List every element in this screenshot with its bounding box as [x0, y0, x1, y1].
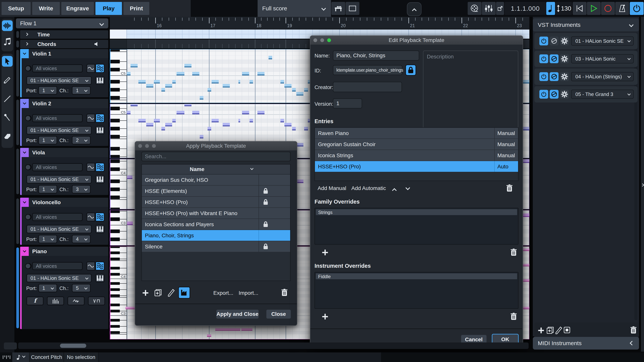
horizontal-scrollbar[interactable]	[18, 343, 528, 349]
instrument-power-button[interactable]	[539, 72, 548, 81]
template-row[interactable]: HSSE+HSO (Pro) with Vibrant E Piano	[142, 208, 290, 219]
audio-mode-button[interactable]	[2, 20, 13, 31]
wave-display-button[interactable]	[86, 163, 95, 172]
waves-display-button[interactable]	[96, 213, 104, 221]
apply-dialog-titlebar[interactable]: Apply Playback Template	[135, 142, 297, 150]
midi-note[interactable]	[280, 119, 284, 122]
dynamics-lane-button[interactable]: f	[26, 297, 44, 305]
add-family-override-button[interactable]	[322, 249, 328, 256]
instrument-dropdown[interactable]: 01 - HALion Sonic SE	[26, 175, 92, 183]
track-handle[interactable]	[16, 100, 19, 145]
waves-display-button[interactable]	[96, 262, 104, 271]
midi-note[interactable]	[200, 135, 203, 138]
expand-panel-icon[interactable]	[641, 183, 644, 187]
midi-note[interactable]	[523, 80, 530, 83]
track-handle[interactable]	[16, 198, 19, 244]
midi-note[interactable]	[162, 127, 165, 130]
midi-note[interactable]	[165, 123, 172, 126]
voices-field[interactable]: All voices	[32, 262, 82, 270]
wave-display-button[interactable]	[86, 64, 95, 73]
add-instrument-override-button[interactable]	[322, 313, 328, 320]
instrument-select[interactable]: 04 - HALion (Strings)	[571, 72, 634, 81]
midi-note[interactable]	[146, 84, 153, 87]
draw-tool-button[interactable]	[2, 75, 13, 85]
close-button[interactable]: Close	[266, 309, 291, 319]
solo-toggle[interactable]	[25, 115, 32, 121]
wave-display-button[interactable]	[86, 213, 95, 221]
quantize-dropdown[interactable]	[12, 353, 29, 362]
open-instrument-button[interactable]	[96, 225, 104, 233]
bar-ruler[interactable]: 1617181920212223	[110, 17, 530, 29]
id-field[interactable]: ktemplate.user.piano_choir_strings	[333, 65, 402, 75]
template-row[interactable]: Iconica Sections and Players	[142, 219, 290, 230]
vst-instruments-header[interactable]: VST Instruments	[533, 18, 639, 31]
midi-note[interactable]	[238, 80, 240, 83]
midi-note[interactable]	[280, 80, 284, 83]
instrument-edit-button[interactable]	[550, 36, 558, 45]
midi-note[interactable]	[154, 80, 160, 83]
midi-note[interactable]	[258, 111, 264, 114]
activate-project-button[interactable]	[630, 2, 644, 15]
midi-note[interactable]	[127, 176, 132, 179]
port-dropdown[interactable]: 1	[38, 284, 57, 292]
midi-note[interactable]	[284, 123, 292, 126]
delete-instrument-override-button[interactable]	[510, 313, 517, 320]
channel-dropdown[interactable]: 2	[72, 136, 91, 144]
midi-note[interactable]	[184, 104, 192, 106]
add-automatic-button[interactable]: Add Automatic	[351, 185, 386, 191]
voices-field[interactable]: All voices	[32, 64, 82, 72]
open-instrument-button[interactable]	[96, 274, 104, 282]
instrument-select[interactable]: 03 - HALion Sonic	[571, 54, 634, 63]
midi-note[interactable]	[212, 119, 219, 122]
zoom-window-icon[interactable]	[327, 38, 331, 42]
track-header[interactable]: Violin 1	[20, 49, 108, 58]
lower-zone-toggle-button[interactable]	[332, 2, 345, 15]
collapse-chevron-button[interactable]	[20, 148, 29, 157]
record-button[interactable]	[601, 2, 615, 15]
midi-note[interactable]	[146, 123, 153, 126]
midi-note[interactable]	[176, 72, 184, 75]
track-handle[interactable]	[16, 41, 19, 47]
instrument-dropdown[interactable]: 01 - HALion Sonic SE	[26, 225, 92, 233]
track-handle[interactable]	[16, 31, 19, 38]
voices-field[interactable]: All voices	[32, 114, 82, 122]
instrument-power-button[interactable]	[539, 36, 548, 45]
entry-row[interactable]: Raven PianoManual	[315, 128, 518, 139]
zoom-window-icon[interactable]	[152, 144, 156, 148]
midi-note[interactable]	[223, 123, 230, 126]
tab-engrave[interactable]: Engrave	[61, 2, 94, 15]
instrument-edit-button[interactable]	[550, 90, 558, 99]
duplicate-template-button[interactable]	[154, 289, 162, 297]
close-window-icon[interactable]	[138, 144, 142, 148]
midi-note[interactable]	[522, 214, 530, 217]
select-tool-button[interactable]	[2, 56, 13, 67]
instrument-settings-button[interactable]	[560, 54, 569, 63]
instrument-overrides-list[interactable]: Fiddle	[314, 272, 518, 309]
instrument-edit-button[interactable]	[550, 72, 558, 81]
metronome-button[interactable]	[615, 2, 629, 15]
midi-note[interactable]	[172, 80, 176, 83]
channel-dropdown[interactable]: 4	[72, 235, 91, 243]
instrument-dropdown[interactable]: 01 - HALion Sonic SE	[26, 126, 92, 134]
lock-id-button[interactable]	[406, 64, 416, 76]
tab-print[interactable]: Print	[124, 2, 149, 15]
midi-note[interactable]	[192, 72, 199, 75]
solo-toggle[interactable]	[25, 214, 32, 220]
template-row[interactable]: Gregorian Sus Choir, HSO	[142, 174, 290, 186]
mixer-button[interactable]	[482, 2, 496, 15]
midi-note[interactable]	[304, 127, 308, 130]
midi-note[interactable]	[304, 88, 308, 91]
port-dropdown[interactable]: 1	[38, 185, 57, 193]
tab-setup[interactable]: Setup	[2, 2, 31, 15]
collapse-chevron-button[interactable]	[20, 49, 29, 58]
track-header[interactable]: Piano	[20, 247, 108, 256]
velocity-lane-button[interactable]	[47, 297, 64, 305]
instrument-settings-button[interactable]	[560, 72, 569, 81]
video-button[interactable]	[468, 2, 482, 15]
track-header[interactable]: Viola	[20, 148, 108, 157]
midi-note[interactable]	[258, 72, 264, 75]
midi-note[interactable]	[176, 111, 184, 114]
track-height-icon[interactable]	[3, 355, 10, 360]
midi-note[interactable]	[223, 84, 230, 87]
horizontal-scrollbar-thumb[interactable]	[60, 344, 86, 348]
